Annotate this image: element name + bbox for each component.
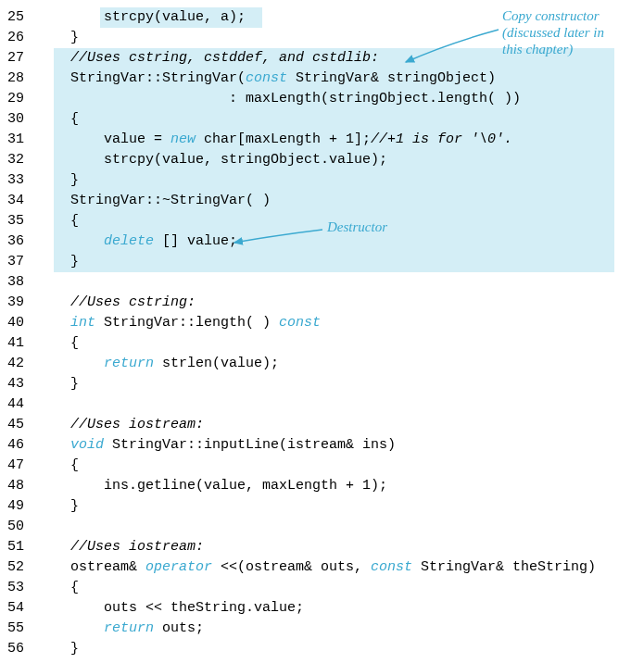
line-number: 37	[7, 252, 37, 272]
line-number: 54	[7, 598, 37, 619]
code-content: {	[37, 578, 79, 598]
line-number: 40	[7, 313, 37, 333]
code-content: outs << theString.value;	[37, 598, 304, 619]
code-line: 33 }	[7, 170, 637, 191]
line-number: 35	[7, 211, 37, 231]
code-content: : maxLength(stringObject.length( ))	[37, 89, 521, 109]
line-number: 47	[7, 456, 37, 476]
code-content: {	[37, 109, 79, 130]
line-number: 56	[7, 639, 37, 659]
line-number: 34	[7, 191, 37, 211]
annotation-copy-constructor: Copy constructor (discussed later in thi…	[502, 7, 604, 57]
code-line: 44	[7, 394, 637, 415]
code-content: value = new char[maxLength + 1];//+1 is …	[37, 130, 512, 150]
line-number: 28	[7, 69, 37, 89]
code-content: }	[37, 639, 79, 659]
line-number: 46	[7, 435, 37, 456]
code-line: 41 {	[7, 333, 637, 354]
code-content: strcpy(value, a);	[37, 7, 246, 28]
line-number: 49	[7, 496, 37, 517]
line-number: 51	[7, 537, 37, 557]
code-content: //Uses cstring:	[37, 293, 196, 313]
code-content: //Uses cstring, cstddef, and cstdlib:	[37, 48, 379, 69]
line-number: 55	[7, 619, 37, 639]
code-line: 50	[7, 517, 637, 537]
line-number: 33	[7, 170, 37, 191]
code-content: //Uses iostream:	[37, 537, 204, 557]
line-number: 50	[7, 517, 37, 537]
code-content: return outs;	[37, 619, 204, 639]
code-line: 56 }	[7, 639, 637, 659]
code-container: Copy constructor (discussed later in thi…	[7, 7, 637, 659]
code-line: 45 //Uses iostream:	[7, 415, 637, 435]
code-line: 40 int StringVar::length( ) const	[7, 313, 637, 333]
code-line: 30 {	[7, 109, 637, 130]
code-content: int StringVar::length( ) const	[37, 313, 321, 333]
code-content: }	[37, 28, 79, 48]
code-line: 29 : maxLength(stringObject.length( ))	[7, 89, 637, 109]
line-number: 38	[7, 272, 37, 293]
code-content: {	[37, 333, 79, 354]
code-content: }	[37, 374, 79, 394]
code-content: ins.getline(value, maxLength + 1);	[37, 476, 387, 496]
line-number: 25	[7, 7, 37, 28]
code-line: 34 StringVar::~StringVar( )	[7, 191, 637, 211]
annotation-destructor: Destructor	[327, 219, 387, 235]
code-line: 28 StringVar::StringVar(const StringVar&…	[7, 69, 637, 89]
code-line: 47 {	[7, 456, 637, 476]
line-number: 31	[7, 130, 37, 150]
line-number: 52	[7, 557, 37, 578]
code-line: 38	[7, 272, 637, 293]
line-number: 30	[7, 109, 37, 130]
line-number: 29	[7, 89, 37, 109]
code-content: {	[37, 456, 79, 476]
code-content: StringVar::StringVar(const StringVar& st…	[37, 69, 496, 89]
code-line: 37 }	[7, 252, 637, 272]
code-lines: 25 strcpy(value, a);26 }27 //Uses cstrin…	[7, 7, 637, 659]
code-line: 42 return strlen(value);	[7, 354, 637, 374]
code-content: }	[37, 252, 79, 272]
code-line: 31 value = new char[maxLength + 1];//+1 …	[7, 130, 637, 150]
code-content: ostream& operator <<(ostream& outs, cons…	[37, 557, 596, 578]
code-line: 32 strcpy(value, stringObject.value);	[7, 150, 637, 170]
line-number: 36	[7, 231, 37, 252]
code-line: 53 {	[7, 578, 637, 598]
code-content: strcpy(value, stringObject.value);	[37, 150, 387, 170]
line-number: 39	[7, 293, 37, 313]
line-number: 26	[7, 28, 37, 48]
code-content: }	[37, 170, 79, 191]
code-content: void StringVar::inputLine(istream& ins)	[37, 435, 396, 456]
code-line: 39 //Uses cstring:	[7, 293, 637, 313]
line-number: 43	[7, 374, 37, 394]
code-line: 49 }	[7, 496, 637, 517]
line-number: 27	[7, 48, 37, 69]
code-line: 46 void StringVar::inputLine(istream& in…	[7, 435, 637, 456]
code-line: 55 return outs;	[7, 619, 637, 639]
code-line: 43 }	[7, 374, 637, 394]
code-content: delete [] value;	[37, 231, 237, 252]
code-content: {	[37, 211, 79, 231]
code-content: return strlen(value);	[37, 354, 279, 374]
code-content: //Uses iostream:	[37, 415, 204, 435]
code-content: }	[37, 496, 79, 517]
code-line: 51 //Uses iostream:	[7, 537, 637, 557]
line-number: 44	[7, 394, 37, 415]
arrow-destructor	[230, 228, 327, 251]
line-number: 45	[7, 415, 37, 435]
code-line: 52 ostream& operator <<(ostream& outs, c…	[7, 557, 637, 578]
code-line: 48 ins.getline(value, maxLength + 1);	[7, 476, 637, 496]
line-number: 42	[7, 354, 37, 374]
code-line: 54 outs << theString.value;	[7, 598, 637, 619]
line-number: 48	[7, 476, 37, 496]
line-number: 53	[7, 578, 37, 598]
arrow-copy-constructor	[401, 30, 503, 71]
line-number: 32	[7, 150, 37, 170]
code-content: StringVar::~StringVar( )	[37, 191, 271, 211]
line-number: 41	[7, 333, 37, 354]
